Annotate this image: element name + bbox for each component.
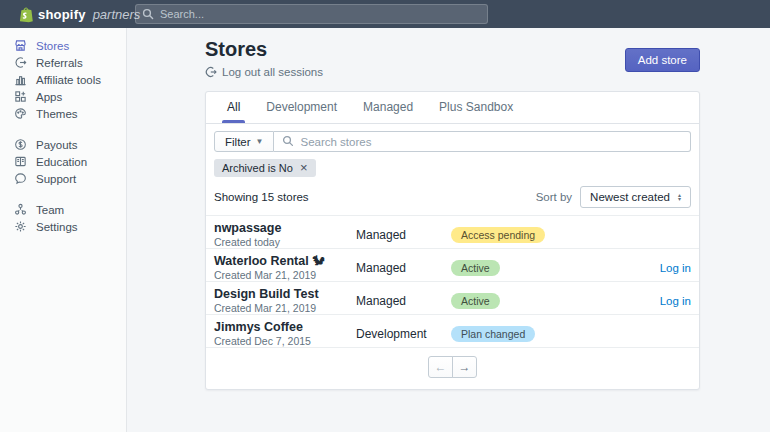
status-badge: Access pending <box>451 227 545 243</box>
previous-page-button[interactable]: ← <box>428 356 453 378</box>
next-page-button[interactable]: → <box>452 356 477 378</box>
global-search[interactable] <box>135 4 488 24</box>
store-search-input[interactable] <box>274 131 691 152</box>
sidebar-item-referrals[interactable]: Referrals <box>0 54 126 71</box>
sidebar-item-label: Apps <box>36 91 62 103</box>
store-name: nwpassage <box>214 221 356 235</box>
topbar: shopify partners <box>0 0 770 28</box>
sidebar-item-payouts[interactable]: Payouts <box>0 136 126 153</box>
sidebar-item-education[interactable]: Education <box>0 153 126 170</box>
sidebar-item-label: Themes <box>36 108 78 120</box>
add-store-button[interactable]: Add store <box>625 48 700 72</box>
status-badge: Plan changed <box>451 326 535 342</box>
chat-bubble-icon <box>13 172 27 186</box>
store-name: Design Build Test <box>214 287 356 301</box>
logout-icon <box>205 66 217 78</box>
stores-card: All Development Managed Plus Sandbox Fil… <box>205 91 700 390</box>
search-icon <box>282 135 294 147</box>
store-name: Jimmys Coffee <box>214 320 356 334</box>
sidebar-divider <box>0 187 126 201</box>
table-row[interactable]: nwpassage Created today Managed Access p… <box>206 215 699 248</box>
referral-arrow-icon <box>13 56 27 70</box>
sidebar-divider <box>0 122 126 136</box>
store-tabs: All Development Managed Plus Sandbox <box>206 92 699 124</box>
sidebar-item-label: Team <box>36 204 64 216</box>
global-search-input[interactable] <box>135 4 488 24</box>
sidebar-item-label: Settings <box>36 221 78 233</box>
filter-button-label: Filter <box>225 136 251 148</box>
book-icon <box>13 155 27 169</box>
table-row[interactable]: Waterloo Rental 🐿 Created Mar 21, 2019 M… <box>206 248 699 281</box>
team-nodes-icon <box>13 203 27 217</box>
theme-brush-icon <box>13 107 27 121</box>
store-created: Created Mar 21, 2019 <box>214 269 356 281</box>
sidebar-item-label: Support <box>36 173 76 185</box>
chevron-down-icon: ▼ <box>256 137 264 146</box>
shopify-partners-logo[interactable]: shopify partners <box>18 6 140 23</box>
search-icon <box>142 8 154 20</box>
showing-count: Showing 15 stores <box>214 191 309 203</box>
sidebar-item-support[interactable]: Support <box>0 170 126 187</box>
status-badge: Active <box>451 260 500 276</box>
brand-name-light: partners <box>93 7 141 22</box>
store-type: Managed <box>356 228 451 242</box>
sidebar-item-stores[interactable]: Stores <box>0 37 126 54</box>
tab-plus-sandbox[interactable]: Plus Sandbox <box>426 92 526 123</box>
apps-grid-icon <box>13 90 27 104</box>
store-type: Managed <box>356 294 451 308</box>
store-type: Managed <box>356 261 451 275</box>
close-icon[interactable]: × <box>300 163 308 173</box>
sidebar-item-label: Education <box>36 156 87 168</box>
page-header: Stores Log out all sessions Add store <box>205 28 700 78</box>
tab-managed[interactable]: Managed <box>350 92 426 123</box>
logout-link-label: Log out all sessions <box>222 66 323 78</box>
sort-select-value: Newest created <box>590 191 670 203</box>
list-meta-row: Showing 15 stores Sort by Newest created… <box>214 186 691 208</box>
pagination: ← → <box>206 347 699 389</box>
table-row[interactable]: Jimmys Coffee Created Dec 7, 2015 Develo… <box>206 314 699 347</box>
filter-tag-label: Archived is No <box>222 162 293 174</box>
store-created: Created Dec 7, 2015 <box>214 335 356 347</box>
sidebar-item-team[interactable]: Team <box>0 201 126 218</box>
sidebar-item-themes[interactable]: Themes <box>0 105 126 122</box>
store-created: Created Mar 21, 2019 <box>214 302 356 314</box>
sort-by-label: Sort by <box>536 191 572 203</box>
tab-all[interactable]: All <box>214 92 253 123</box>
store-created: Created today <box>214 236 356 248</box>
shopify-bag-icon <box>18 6 33 23</box>
sidebar-item-label: Referrals <box>36 57 83 69</box>
store-type: Development <box>356 327 451 341</box>
sidebar-item-settings[interactable]: Settings <box>0 218 126 235</box>
sidebar-item-apps[interactable]: Apps <box>0 88 126 105</box>
status-badge: Active <box>451 293 500 309</box>
sidebar-item-label: Affiliate tools <box>36 74 101 86</box>
filter-button[interactable]: Filter ▼ <box>214 131 274 152</box>
main-content: Stores Log out all sessions Add store Al… <box>127 28 770 432</box>
gear-icon <box>13 220 27 234</box>
sort-select[interactable]: Newest created ▴▾ <box>580 186 691 208</box>
filter-row: Filter ▼ <box>214 131 691 152</box>
filter-tag-archived[interactable]: Archived is No × <box>214 159 316 177</box>
storefront-icon <box>13 39 27 53</box>
applied-filters: Archived is No × <box>214 158 691 177</box>
store-search[interactable] <box>274 131 691 152</box>
store-name: Waterloo Rental 🐿 <box>214 254 356 268</box>
bar-chart-icon <box>13 73 27 87</box>
sidebar-item-label: Stores <box>36 40 69 52</box>
login-link[interactable]: Log in <box>639 262 691 274</box>
login-link[interactable]: Log in <box>639 295 691 307</box>
tab-development[interactable]: Development <box>253 92 350 123</box>
brand-name-bold: shopify <box>38 7 86 22</box>
sort-arrows-icon: ▴▾ <box>678 193 681 201</box>
sidebar-item-label: Payouts <box>36 139 78 151</box>
table-row[interactable]: Design Build Test Created Mar 21, 2019 M… <box>206 281 699 314</box>
dollar-circle-icon <box>13 138 27 152</box>
sidebar: Stores Referrals Affiliate tools Apps Th… <box>0 28 127 432</box>
sidebar-item-affiliate-tools[interactable]: Affiliate tools <box>0 71 126 88</box>
